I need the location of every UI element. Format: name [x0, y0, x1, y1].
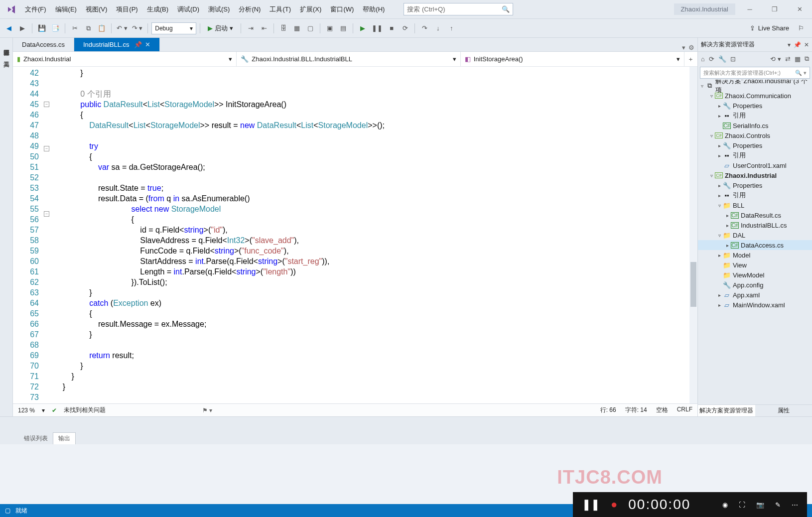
scope-icon[interactable]: ⊡: [730, 55, 736, 63]
maximize-button[interactable]: ❐: [764, 2, 785, 17]
code-content[interactable]: } 0 个引用 public DataResult<List<StorageMo…: [54, 67, 689, 403]
copy-button[interactable]: ⧉: [82, 22, 94, 35]
side-tab[interactable]: 工具箱: [0, 54, 12, 60]
zoom-dropdown[interactable]: 123 %: [18, 407, 35, 414]
tree-node[interactable]: ▿📁DAL: [698, 230, 812, 240]
menu-项目(P)[interactable]: 项目(P): [112, 3, 141, 16]
save-button[interactable]: 💾: [36, 22, 48, 35]
issues-label[interactable]: 未找到相关问题: [64, 406, 106, 414]
step-over-icon[interactable]: ↷: [418, 22, 430, 35]
panel-close-icon[interactable]: ✕: [804, 41, 809, 48]
menu-工具(T)[interactable]: 工具(T): [266, 3, 295, 16]
rec-record-icon[interactable]: ●: [611, 498, 617, 511]
scrollbar-thumb[interactable]: [690, 262, 696, 307]
continue-button[interactable]: ▶: [357, 22, 369, 35]
tree-node[interactable]: ▸▪▪引用: [698, 111, 812, 121]
rec-pause-icon[interactable]: ❚❚: [582, 498, 600, 511]
tree-node[interactable]: 📁View: [698, 260, 812, 270]
nav-add-icon[interactable]: ＋: [684, 52, 697, 66]
tree-node[interactable]: ▸C#IndustrialBLL.cs: [698, 220, 812, 230]
tree-node[interactable]: ▸▱MainWindow.xaml: [698, 300, 812, 310]
back-button[interactable]: ◀: [3, 22, 15, 35]
restart-button[interactable]: ⟳: [399, 22, 411, 35]
tree-node[interactable]: ▸C#DataResult.cs: [698, 210, 812, 220]
box-icon[interactable]: ▢: [304, 22, 316, 35]
tree-node[interactable]: ▿C#Zhaoxi.Controls: [698, 130, 812, 140]
solution-search[interactable]: 搜索解决方案资源管理器(Ctrl+;) 🔍 ▾: [700, 67, 810, 79]
configuration-dropdown[interactable]: Debug▾: [151, 22, 196, 34]
menu-窗口(W)[interactable]: 窗口(W): [326, 3, 358, 16]
refresh-icon[interactable]: ⟲ ▾: [770, 55, 781, 63]
step-2-icon[interactable]: ⇤: [258, 22, 270, 35]
rec-expand-icon[interactable]: ⛶: [739, 501, 745, 509]
tree-node[interactable]: ▸🔧Properties: [698, 101, 812, 111]
scrollbar[interactable]: [689, 67, 697, 403]
window-2-icon[interactable]: ▤: [337, 22, 349, 35]
doc-tab[interactable]: IndustrialBLL.cs📌✕: [74, 38, 160, 51]
menu-分析(N)[interactable]: 分析(N): [235, 3, 265, 16]
tree-node[interactable]: ▸🔧Properties: [698, 180, 812, 190]
step-into-icon[interactable]: ↓: [432, 22, 444, 35]
undo-button[interactable]: ↶ ▾: [115, 22, 129, 35]
close-button[interactable]: ✕: [789, 2, 810, 17]
save-all-button[interactable]: 📑: [49, 22, 61, 35]
solution-tree[interactable]: ▿⧉解决方案"Zhaoxi.Industrial"(3 个项▿C#Zhaoxi.…: [698, 80, 812, 404]
code-editor[interactable]: 4243444546474849505152535455565758596061…: [13, 67, 697, 403]
tree-node[interactable]: 📁ViewModel: [698, 270, 812, 280]
panel-dropdown-icon[interactable]: ▾: [788, 41, 791, 48]
flag-icon[interactable]: ⚑ ▾: [202, 407, 212, 414]
home-icon[interactable]: ⌂: [701, 55, 705, 63]
minimize-button[interactable]: ─: [739, 2, 760, 17]
rec-cam-icon[interactable]: ◉: [722, 501, 728, 509]
tree-node[interactable]: C#SerialInfo.cs: [698, 121, 812, 130]
tree-node[interactable]: ▿C#Zhaoxi.Industrial: [698, 170, 812, 180]
cut-button[interactable]: ✂: [69, 22, 81, 35]
live-share-button[interactable]: ⇪ Live Share ⚐: [745, 24, 809, 32]
rec-edit-icon[interactable]: ✎: [775, 501, 781, 509]
wrench-icon[interactable]: 🔧: [718, 55, 726, 63]
rec-snap-icon[interactable]: 📷: [756, 501, 764, 509]
sync-icon[interactable]: ⟳: [709, 55, 714, 63]
pause-button[interactable]: ❚❚: [370, 22, 384, 35]
rec-more-icon[interactable]: ⋯: [792, 501, 798, 509]
menu-帮助(H)[interactable]: 帮助(H): [359, 3, 389, 16]
search-input[interactable]: 搜索 (Ctrl+Q) 🔍: [404, 3, 513, 15]
tree-node[interactable]: ▿📁BLL: [698, 200, 812, 210]
grid-icon[interactable]: ▦: [291, 22, 303, 35]
nav-dropdown[interactable]: ▮ Zhaoxi.Industrial▾: [13, 52, 237, 66]
step-1-icon[interactable]: ⇥: [245, 22, 257, 35]
tree-node[interactable]: ▱UserControl1.xaml: [698, 160, 812, 170]
tab-overflow-icon[interactable]: ▾: [682, 44, 685, 51]
tree-node[interactable]: 🔧App.config: [698, 280, 812, 290]
menu-视图(V)[interactable]: 视图(V): [82, 3, 111, 16]
tree-node[interactable]: ▸▪▪引用: [698, 190, 812, 200]
tree-node[interactable]: ▸📁Model: [698, 250, 812, 260]
indent-mode[interactable]: 空格: [656, 406, 668, 414]
nav-dropdown[interactable]: 🔧 Zhaoxi.Industrial.BLL.IndustrialBLL▾: [237, 52, 460, 66]
tab-settings-icon[interactable]: ⚙: [688, 44, 694, 51]
tree-node[interactable]: ▸🔧Properties: [698, 140, 812, 150]
window-1-icon[interactable]: ▣: [324, 22, 336, 35]
start-debug-button[interactable]: ▶ 启动▾: [204, 24, 237, 33]
forward-button[interactable]: ▶: [16, 22, 28, 35]
screen-recorder-overlay[interactable]: ❚❚ ● 00:00:00 ◉ ⛶ 📷 ✎ ⋯: [573, 492, 807, 517]
side-tab[interactable]: 服务器资源管理器: [0, 42, 12, 48]
doc-tab[interactable]: DataAccess.cs: [13, 38, 74, 51]
menu-测试(S)[interactable]: 测试(S): [204, 3, 234, 16]
eol-mode[interactable]: CRLF: [677, 406, 692, 414]
menu-调试(D)[interactable]: 调试(D): [173, 3, 203, 16]
redo-button[interactable]: ↷ ▾: [131, 22, 144, 35]
step-out-icon[interactable]: ↑: [445, 22, 457, 35]
db-icon[interactable]: 🗄: [277, 22, 289, 35]
nav-dropdown[interactable]: ◧ InitStorageArea()▾: [461, 52, 684, 66]
tree-node[interactable]: ▸C#DataAccess.cs: [698, 240, 812, 250]
bottom-tab[interactable]: 错误列表: [19, 432, 53, 444]
stop-button[interactable]: ■: [386, 22, 398, 35]
panel-footer-tab[interactable]: 属性: [755, 405, 812, 416]
tree-node[interactable]: ▸▪▪引用: [698, 150, 812, 160]
bottom-tab[interactable]: 输出: [53, 432, 76, 444]
show-all-icon[interactable]: ▦: [795, 55, 801, 63]
paste-button[interactable]: 📋: [96, 22, 108, 35]
panel-footer-tab[interactable]: 解决方案资源管理器: [698, 405, 755, 416]
feedback-icon[interactable]: ⚐: [798, 24, 804, 32]
